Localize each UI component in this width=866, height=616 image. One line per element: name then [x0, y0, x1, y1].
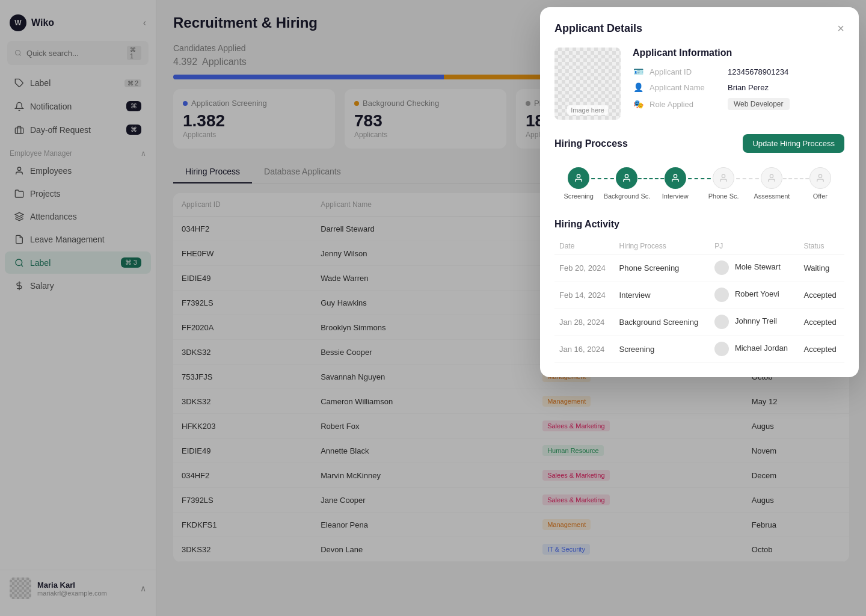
step-circle-0: [568, 167, 589, 189]
image-label: Image here: [567, 105, 608, 115]
info-value-name: Brian Perez: [728, 83, 769, 92]
activity-row: Jan 16, 2024 Screening Michael Jordan Ac…: [554, 336, 844, 363]
hiring-activity-section: Hiring Activity Date Hiring Process PJ S…: [554, 219, 844, 363]
process-step-4: Assessment: [748, 167, 796, 200]
pj-avatar-0: [714, 260, 729, 275]
process-step-1: Background Sc.: [603, 167, 651, 200]
process-step-5: Offer: [796, 167, 844, 200]
pj-name-3: Michael Jordan: [735, 343, 788, 353]
act-date-0: Feb 20, 2024: [554, 254, 615, 282]
act-process-0: Phone Screening: [615, 254, 710, 282]
pj-name-2: Johnny Treil: [735, 316, 777, 325]
info-value-id: 12345678901234: [728, 67, 788, 76]
step-circle-4: [761, 167, 782, 189]
step-label-0: Screening: [564, 192, 594, 200]
applicant-image: Image here: [554, 48, 621, 120]
step-label-4: Assessment: [754, 192, 790, 200]
step-circle-5: [809, 167, 831, 189]
act-status-0: Waiting: [799, 254, 844, 282]
act-col-status: Status: [799, 238, 844, 254]
step-label-3: Phone Sc.: [708, 192, 739, 200]
modal-title: Applicant Details: [554, 22, 642, 35]
info-label-role: Role Applied: [650, 100, 722, 109]
act-pj-3: Michael Jordan: [710, 336, 799, 363]
act-process-2: Background Screening: [615, 309, 710, 336]
info-value-role: Web Developer: [728, 98, 790, 110]
id-icon: 🪪: [633, 67, 643, 76]
act-col-process: Hiring Process: [615, 238, 710, 254]
act-date-3: Jan 16, 2024: [554, 336, 615, 363]
act-pj-2: Johnny Treil: [710, 309, 799, 336]
activity-body: Feb 20, 2024 Phone Screening Mole Stewar…: [554, 254, 844, 363]
hiring-section-title: Hiring Proccess: [554, 138, 628, 149]
update-hiring-button[interactable]: Update Hiring Proccess: [743, 134, 844, 153]
hiring-process-section: Hiring Proccess Update Hiring Proccess S…: [554, 134, 844, 205]
modal-overlay: Applicant Details × Image here Applicant…: [0, 0, 866, 616]
activity-table: Date Hiring Process PJ Status Feb 20, 20…: [554, 238, 844, 363]
svg-point-10: [722, 174, 725, 177]
svg-point-7: [577, 174, 580, 177]
process-step-2: Interview: [651, 167, 699, 200]
svg-point-8: [625, 174, 628, 177]
process-timeline: Screening Background Sc. Interview Phone…: [554, 162, 844, 205]
step-circle-1: [616, 167, 637, 189]
applicant-details-modal: Applicant Details × Image here Applicant…: [540, 7, 859, 377]
pj-avatar-2: [714, 315, 729, 329]
modal-close-button[interactable]: ×: [837, 22, 844, 35]
person2-icon: 👤: [633, 82, 643, 92]
act-pj-1: Robert Yoevi: [710, 282, 799, 309]
pj-name-1: Robert Yoevi: [735, 289, 779, 298]
act-status-1: Accepted: [799, 282, 844, 309]
act-process-1: Interview: [615, 282, 710, 309]
process-step-0: Screening: [554, 167, 603, 200]
process-step-3: Phone Sc.: [699, 167, 748, 200]
activity-row: Jan 28, 2024 Background Screening Johnny…: [554, 309, 844, 336]
activity-header-row: Date Hiring Process PJ Status: [554, 238, 844, 254]
step-label-2: Interview: [662, 192, 689, 200]
activity-row: Feb 20, 2024 Phone Screening Mole Stewar…: [554, 254, 844, 282]
step-label-1: Background Sc.: [604, 192, 651, 200]
applicant-info-title: Applicant Information: [633, 48, 844, 58]
act-col-date: Date: [554, 238, 615, 254]
act-pj-0: Mole Stewart: [710, 254, 799, 282]
pj-avatar-1: [714, 288, 729, 302]
step-circle-3: [713, 167, 734, 189]
act-col-pj: PJ: [710, 238, 799, 254]
applicant-info-section: Image here Applicant Information 🪪 Appli…: [554, 48, 844, 120]
svg-point-9: [674, 174, 677, 177]
info-label-name: Applicant Name: [650, 83, 722, 92]
activity-row: Feb 14, 2024 Interview Robert Yoevi Acce…: [554, 282, 844, 309]
step-circle-2: [665, 167, 686, 189]
step-label-5: Offer: [813, 192, 828, 200]
hiring-section-header: Hiring Proccess Update Hiring Proccess: [554, 134, 844, 153]
svg-point-12: [818, 174, 821, 177]
act-date-1: Feb 14, 2024: [554, 282, 615, 309]
info-row-role: 🎭 Role Applied Web Developer: [633, 98, 844, 110]
role2-icon: 🎭: [633, 99, 643, 109]
info-label-id: Applicant ID: [650, 67, 722, 76]
pj-avatar-3: [714, 342, 729, 356]
act-process-3: Screening: [615, 336, 710, 363]
act-status-3: Accepted: [799, 336, 844, 363]
info-row-id: 🪪 Applicant ID 12345678901234: [633, 67, 844, 76]
act-status-2: Accepted: [799, 309, 844, 336]
applicant-details-list: Applicant Information 🪪 Applicant ID 123…: [633, 48, 844, 120]
svg-point-11: [770, 174, 773, 177]
act-date-2: Jan 28, 2024: [554, 309, 615, 336]
pj-name-0: Mole Stewart: [735, 262, 781, 271]
modal-header: Applicant Details ×: [554, 22, 844, 35]
info-row-name: 👤 Applicant Name Brian Perez: [633, 82, 844, 92]
activity-title: Hiring Activity: [554, 219, 844, 230]
